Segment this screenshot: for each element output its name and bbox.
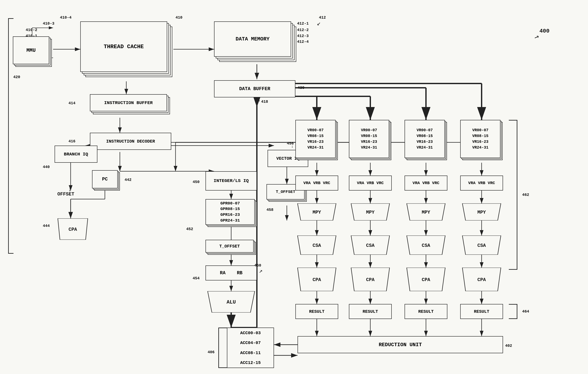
cpa-2: CPA (349, 267, 392, 292)
ref-440: 440 (43, 165, 50, 169)
integer-ls-iq: INTEGER/LS IQ (206, 171, 257, 191)
ref-462: 462 (522, 193, 529, 197)
vr2-16-23: VR16-23 (361, 139, 377, 145)
diagram: 400 ↙ THREAD CACHE 410-1 410-2 410-3 410… (0, 0, 588, 374)
branch-iq: BRANCH IQ (55, 146, 97, 163)
vr3-08-15: VR08-15 (417, 133, 433, 139)
result-4: RESULT (460, 304, 503, 319)
t-offset-int-label: T_OFFSET (219, 244, 240, 249)
vr-regs-1: VR00-07 VR08-15 VR16-23 VR24-31 (295, 120, 338, 163)
left-outer-brace (8, 18, 13, 254)
data-memory-label: DATA MEMORY (236, 36, 270, 42)
ref-410: 410 (176, 15, 182, 20)
csa-2: CSA (349, 235, 392, 256)
cpa-4: CPA (460, 267, 503, 292)
acc-04-07: ACC04-07 (227, 338, 274, 348)
instruction-decoder-label: INSTRUCTION DECODER (106, 139, 155, 144)
vr1-00-07: VR00-07 (307, 127, 324, 133)
instruction-buffer-stack: INSTRUCTION BUFFER (90, 94, 171, 118)
mpy-1: MPY (295, 203, 338, 222)
result-3: RESULT (405, 304, 447, 319)
vr1-24-31: VR24-31 (307, 145, 324, 150)
vra-vrb-vrc-1: VRA VRB VRC (295, 176, 338, 191)
acc-00-03: ACC00-03 (227, 328, 274, 338)
svg-text:CSA: CSA (366, 243, 375, 248)
ref-412-4: 412-4 (297, 40, 309, 44)
ref-412-2: 412-2 (297, 28, 309, 32)
gpr-08-15: GPR08-15 (220, 206, 240, 212)
result-brace (509, 304, 517, 319)
ref-418-arrow: ↓ (258, 97, 261, 103)
alu: ALU (206, 291, 257, 314)
svg-text:MPY: MPY (422, 210, 430, 215)
data-buffer: DATA BUFFER (214, 80, 295, 97)
vr4-24-31: VR24-31 (472, 145, 488, 150)
gpr-16-23: GPR16-23 (220, 212, 240, 218)
cpa-left: CPA (56, 218, 90, 241)
t-offset-vec-label: T_OFFSET (276, 190, 295, 194)
result-2: RESULT (349, 304, 392, 319)
acc-08-11: ACC08-11 (227, 348, 274, 358)
ref-400-arrow: ↙ (533, 33, 540, 43)
thread-cache-stack: THREAD CACHE (80, 21, 172, 81)
ref-460: 460 (254, 263, 261, 267)
vr4-08-15: VR08-15 (472, 133, 488, 139)
gpr-00-07: GPR00-07 (220, 201, 240, 206)
ra-rb-label: RA RB (220, 270, 242, 276)
vr1-08-15: VR08-15 (307, 133, 324, 139)
mmu-stack: MMU (13, 36, 53, 71)
pc-label: PC (102, 177, 108, 182)
ref-454: 454 (193, 276, 200, 280)
svg-text:CPA: CPA (477, 277, 486, 283)
ref-412-arrow: ↙ (317, 19, 321, 27)
ref-456-arrow: ↓ (291, 144, 294, 149)
ref-452: 452 (186, 227, 193, 231)
svg-text:MPY: MPY (366, 210, 375, 215)
acc-brace (218, 328, 227, 368)
t-offset-int-stack: T_OFFSET (206, 240, 257, 257)
ref-410-3: 410-3 (43, 21, 54, 26)
vr3-00-07: VR00-07 (417, 127, 433, 133)
svg-text:CSA: CSA (422, 243, 430, 248)
mpy-2: MPY (349, 203, 392, 222)
vr1-16-23: VR16-23 (307, 139, 324, 145)
offset-label: OFFSET (57, 192, 74, 197)
ref-450: 450 (193, 180, 200, 184)
svg-text:CPA: CPA (366, 277, 375, 283)
integer-ls-iq-label: INTEGER/LS IQ (214, 178, 249, 183)
vec-units-brace (509, 120, 517, 270)
svg-text:MPY: MPY (313, 210, 321, 215)
ra-rb: RA RB (206, 266, 257, 280)
ref-444: 444 (43, 224, 50, 228)
reduction-unit: REDUCTION UNIT (297, 336, 503, 353)
vra-vrb-vrc-4: VRA VRB VRC (460, 176, 503, 191)
mmu-label: MMU (26, 48, 36, 53)
svg-text:CPA: CPA (69, 227, 77, 232)
svg-text:CSA: CSA (313, 243, 321, 248)
ref-410-4: 410-4 (60, 15, 72, 20)
ref-412: 412 (319, 15, 326, 20)
branch-iq-label: BRANCH IQ (64, 152, 88, 157)
ref-464: 464 (522, 309, 529, 314)
ref-400: 400 (539, 28, 549, 34)
ref-430: 430 (297, 86, 304, 90)
ref-406: 406 (208, 350, 214, 354)
ref-416: 416 (69, 139, 75, 143)
gpr-regs-stack: GPR00-07 GPR08-15 GPR16-23 GPR24-31 (206, 199, 257, 229)
vr2-08-15: VR08-15 (361, 133, 377, 139)
mpy-3: MPY (405, 203, 447, 222)
ref-402: 402 (505, 344, 512, 348)
vra-vrb-vrc-2: VRA VRB VRC (349, 176, 392, 191)
vr2-00-07: VR00-07 (361, 127, 377, 133)
ref-442: 442 (125, 178, 131, 182)
offset-arrow: ↓ (68, 186, 72, 193)
data-buffer-label: DATA BUFFER (239, 86, 270, 92)
svg-text:CPA: CPA (422, 277, 430, 283)
ref-420: 420 (13, 75, 20, 79)
ref-410-2: 410-2 (26, 28, 37, 32)
acc-12-15: ACC12-15 (227, 358, 274, 368)
svg-text:MPY: MPY (477, 210, 486, 215)
pc-stack: PC (92, 170, 122, 194)
ref-412-3: 412-3 (297, 34, 309, 38)
ref-412-1: 412-1 (297, 21, 309, 26)
